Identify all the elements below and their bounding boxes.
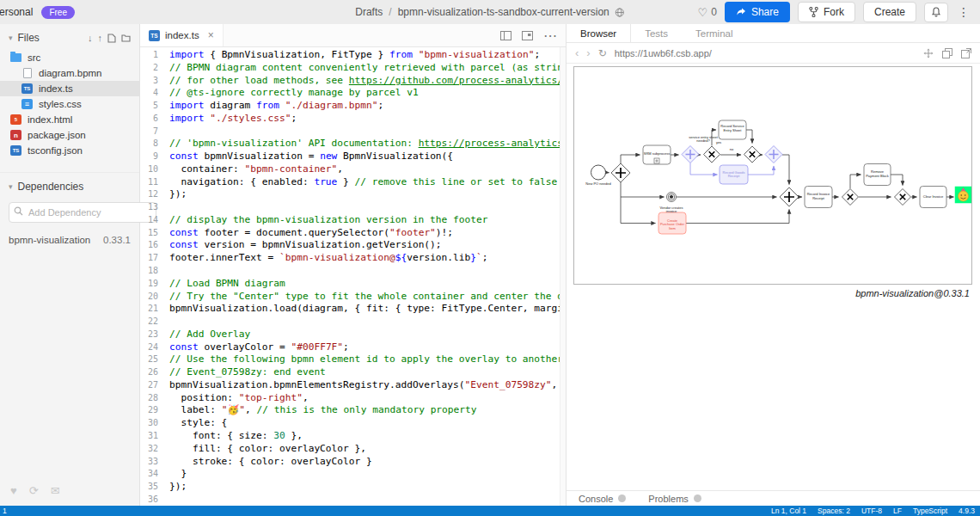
url-text[interactable]: https://1uwb6f.csb.app/ <box>615 48 916 58</box>
code-line[interactable]: 35}); <box>140 481 566 494</box>
files-header[interactable]: ▾ Files ↓ ↑ <box>0 24 139 50</box>
parallel-gateway-join[interactable] <box>780 187 799 206</box>
editor-scrollbar[interactable] <box>560 47 566 506</box>
tab-terminal[interactable]: Terminal <box>682 24 746 42</box>
likes[interactable]: ♡0 <box>698 6 717 19</box>
file-tree-item-diagram.bpmn[interactable]: diagram.bpmn <box>0 65 139 81</box>
code-line[interactable]: 16const version = bpmnVisualization.getV… <box>140 239 566 252</box>
tab-tests[interactable]: Tests <box>631 24 682 42</box>
code-line[interactable]: 22 <box>140 316 566 329</box>
copy-icon[interactable] <box>942 48 952 58</box>
code-line[interactable]: 27bpmnVisualization.bpmnElementsRegistry… <box>140 379 566 392</box>
code-line[interactable]: 11 navigation: { enabled: true } // remo… <box>140 176 566 189</box>
problems-tab[interactable]: Problems <box>648 494 701 504</box>
code-line[interactable]: 8// 'bpmn-visualization' API documentati… <box>140 138 566 150</box>
file-tree-item-index.ts[interactable]: TSindex.ts <box>0 81 139 96</box>
status-item[interactable]: 4.9.3 <box>959 507 975 515</box>
console-tab[interactable]: Console <box>579 494 626 504</box>
code-line[interactable]: 21bpmnVisualization.load(diagram, { fit:… <box>140 303 566 316</box>
file-tree-item-package.json[interactable]: npackage.json <box>0 127 139 143</box>
collapse-caret-icon[interactable]: ▾ <box>9 34 13 42</box>
bpmn-diagram-container[interactable]: New PO needed SRM subprocess service ent… <box>573 66 972 285</box>
share-button[interactable]: Share <box>725 2 790 22</box>
code-line[interactable]: 9const bpmnVisualization = new BpmnVisua… <box>140 150 566 163</box>
upload-icon[interactable]: ↑ <box>98 33 103 43</box>
status-item[interactable]: LF <box>893 507 902 515</box>
code-line[interactable]: 31 font: { size: 30 }, <box>140 430 566 443</box>
code-line[interactable]: 33 stroke: { color: overlayColor } <box>140 456 566 469</box>
editor-more-icon[interactable]: ⋯ <box>543 28 557 44</box>
exclusive-gateway-merge-ses[interactable] <box>744 146 761 163</box>
back-icon[interactable]: ‹ <box>575 46 579 59</box>
code-line[interactable]: 30 style: { <box>140 417 566 430</box>
start-event[interactable] <box>591 165 606 180</box>
code-line[interactable]: 13 <box>140 201 566 214</box>
code-line[interactable]: 25// Use the following bpmn element id t… <box>140 353 566 366</box>
code-line[interactable]: 15const footer = document.querySelector(… <box>140 227 566 240</box>
file-tree-item-src[interactable]: src <box>0 50 139 65</box>
dependency-row[interactable]: bpmn-visualization0.33.1 <box>0 228 139 252</box>
create-button[interactable]: Create <box>863 2 916 22</box>
pan-icon[interactable] <box>923 48 934 58</box>
code-line[interactable]: 23// Add Overlay <box>140 329 566 341</box>
workspace-name[interactable]: Personal <box>0 6 33 18</box>
code-line[interactable]: 1import { BpmnVisualization, FitType } f… <box>140 49 566 62</box>
code-line[interactable]: 3// for other load methods, see https://… <box>140 75 566 88</box>
new-folder-icon[interactable] <box>121 34 131 42</box>
close-tab-icon[interactable]: × <box>208 29 214 41</box>
code-line[interactable]: 32 fill: { color: overlayColor }, <box>140 443 566 456</box>
code-line[interactable]: 5import diagram from "./diagram.bpmn"; <box>140 100 566 113</box>
parallel-gateway-highlighted-1[interactable] <box>682 146 699 163</box>
status-item[interactable]: Ln 1, Col 1 <box>771 507 806 515</box>
code-line[interactable]: 26// Event_07598zy: end event <box>140 366 566 379</box>
code-line[interactable]: 2// BPMN diagram content conveniently re… <box>140 62 566 75</box>
sandbox-title[interactable]: bpmn-visualization-ts-sandbox-current-ve… <box>398 6 609 18</box>
file-tree-item-styles.css[interactable]: ≡styles.css <box>0 96 139 112</box>
code-line[interactable]: 17footer.innerText = `bpmn-visualization… <box>140 252 566 265</box>
exclusive-gateway-merge-payment[interactable] <box>895 189 911 206</box>
code-line[interactable]: 36 <box>140 494 566 506</box>
dependencies-header[interactable]: ▾ Dependencies <box>0 173 139 199</box>
tab-index-ts[interactable]: TS index.ts × <box>140 24 224 46</box>
breadcrumb-root[interactable]: Drafts <box>355 6 383 18</box>
code-line[interactable]: 6import "./styles.css"; <box>140 113 566 126</box>
fork-button[interactable]: Fork <box>798 2 855 22</box>
download-icon[interactable]: ↓ <box>88 33 93 43</box>
new-file-icon[interactable] <box>107 34 116 43</box>
code-line[interactable]: 18 <box>140 265 566 278</box>
parallel-gateway-highlighted-2[interactable] <box>765 146 782 163</box>
open-external-icon[interactable] <box>961 48 971 58</box>
refresh-icon[interactable]: ⟳ <box>29 484 39 497</box>
refresh-icon[interactable]: ↻ <box>598 47 607 59</box>
vendor-creates-invoice-event[interactable] <box>667 193 677 202</box>
status-item[interactable]: Spaces: 2 <box>818 507 850 515</box>
code-line[interactable]: 20// Try the "Center" type to fit the wh… <box>140 291 566 304</box>
heart-icon[interactable]: ♥ <box>10 484 17 497</box>
collapse-caret-icon[interactable]: ▾ <box>9 182 13 191</box>
status-item[interactable]: TypeScript <box>913 507 947 515</box>
notifications-button[interactable] <box>924 3 948 22</box>
file-tree-item-tsconfig.json[interactable]: TStsconfig.json <box>0 143 139 158</box>
file-tree-item-index.html[interactable]: 5index.html <box>0 112 139 127</box>
parallel-gateway-split[interactable] <box>611 163 630 182</box>
mail-icon[interactable]: ✉ <box>51 484 60 497</box>
code-line[interactable]: 24const overlayColor = "#00FF7F"; <box>140 341 566 354</box>
code-editor[interactable]: 1import { BpmnVisualization, FitType } f… <box>140 47 566 506</box>
add-dependency-input[interactable] <box>9 202 156 223</box>
split-editor-icon[interactable] <box>500 31 511 40</box>
code-line[interactable]: 4// @ts-ignore correctly manage by parce… <box>140 87 566 100</box>
code-line[interactable]: 7 <box>140 126 566 138</box>
code-line[interactable]: 34 } <box>140 468 566 481</box>
exclusive-gateway-ses[interactable] <box>704 146 720 163</box>
tab-browser[interactable]: Browser <box>567 24 631 42</box>
code-line[interactable]: 14// display the bpmn-visualization vers… <box>140 214 566 227</box>
exclusive-gateway-payment[interactable] <box>842 189 859 206</box>
preview-layout-icon[interactable] <box>522 31 533 40</box>
code-line[interactable]: 19// Load BPMN diagram <box>140 278 566 291</box>
code-line[interactable]: 29 label: "🥳", // this is the only manda… <box>140 404 566 417</box>
code-line[interactable]: 10 container: "bpmn-container", <box>140 163 566 176</box>
status-item[interactable]: UTF-8 <box>861 507 882 515</box>
forward-icon[interactable]: › <box>586 46 590 59</box>
code-line[interactable]: 12}); <box>140 188 566 201</box>
more-menu-icon[interactable]: ⋮ <box>956 5 971 19</box>
